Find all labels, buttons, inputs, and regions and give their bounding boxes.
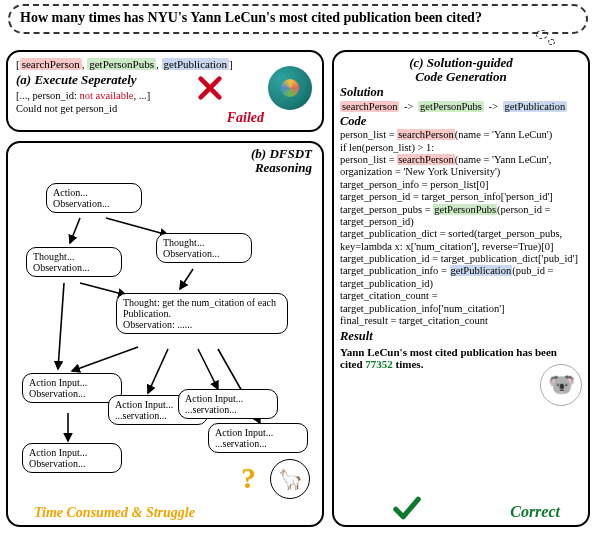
question-text: How many times has NYU's Yann LeCun's mo… [20, 10, 482, 25]
n1a: Action... [53, 187, 88, 198]
ai5a: Action Input... [29, 447, 87, 458]
ai4b: ...servation... [215, 438, 267, 449]
n3a: Thought... [163, 237, 204, 248]
c6b: getPersonPubs [433, 204, 497, 215]
n2b: Observation... [33, 262, 89, 273]
svg-line-8 [198, 349, 218, 389]
solution-chain: searchPerson -> getPersonPubs -> getPubl… [340, 101, 582, 112]
svg-line-6 [72, 347, 138, 371]
c2: if len(person_list) > 1: [340, 142, 434, 153]
res-num: 77352 [365, 358, 393, 370]
node-mid: Thought: get the num_citation of each Pu… [116, 293, 288, 334]
n3b: Observation... [163, 248, 219, 259]
mid-c: Observation: ...... [123, 319, 192, 330]
c6a: target_person_pubs = [340, 204, 433, 215]
arrow-sep2: -> [489, 101, 498, 112]
result-text: Yann LeCun's most cited publication has … [340, 346, 582, 370]
ai2a: Action Input... [115, 399, 173, 410]
section-code: Code [340, 114, 582, 129]
n1b: Observation... [53, 198, 109, 209]
ai2b: ...servation... [115, 410, 167, 421]
x-icon [196, 74, 224, 102]
line1-pre: [..., person_id: [16, 90, 80, 101]
c11: final_result = target_citation_count [340, 315, 488, 326]
sol-t2: getPersonPubs [418, 101, 484, 112]
panel-c-title: (c) Solution-guided Code Generation [340, 56, 582, 83]
c8: target_publication_id = target_publicati… [340, 253, 578, 264]
node-ai-5: Action Input... Observation... [22, 443, 122, 473]
c1b: searchPerson [397, 129, 454, 140]
ai5b: Observation... [29, 458, 85, 469]
panel-b-title2: Reasoning [255, 160, 312, 175]
svg-line-4 [58, 283, 64, 369]
c3b: searchPerson [397, 154, 454, 165]
panel-c-title2: Code Generation [415, 69, 506, 84]
check-icon [392, 493, 422, 523]
svg-line-1 [70, 218, 80, 243]
sol-t1: searchPerson [340, 101, 399, 112]
tag-searchperson: searchPerson [20, 58, 82, 70]
panel-b-title: (b) DFSDT Reasoning [251, 147, 312, 174]
ai1a: Action Input... [29, 377, 87, 388]
section-result: Result [340, 329, 582, 344]
c4: target_person_info = person_list[0] [340, 179, 489, 190]
node-thought-2: Thought... Observation... [156, 233, 252, 263]
correct-label: Correct [510, 503, 560, 521]
section-solution: Solution [340, 85, 582, 100]
spiral-icon [268, 66, 312, 110]
ai3a: Action Input... [185, 393, 243, 404]
line1-mid: not available [80, 90, 134, 101]
c1c: (name = 'Yann LeCun') [455, 129, 553, 140]
failed-label: Failed [227, 110, 264, 126]
svg-line-3 [180, 269, 193, 289]
c3a: person_list = [340, 154, 397, 165]
n2a: Thought... [33, 251, 74, 262]
c7: target_publication_dict = sorted(target_… [340, 228, 562, 251]
c9a: target_publication_info = [340, 265, 450, 276]
c10: target_citation_count = target_publicati… [340, 290, 505, 313]
line1-suf: , ...] [134, 90, 151, 101]
panel-b: (b) DFSDT Reasoning Action... Observatio… [6, 141, 324, 527]
res-post: times. [393, 358, 424, 370]
api-tags: [searchPerson, getPersonPubs, getPublica… [16, 58, 314, 70]
node-ai-4: Action Input... ...servation... [208, 423, 308, 453]
node-thought-1: Thought... Observation... [26, 247, 122, 277]
svg-line-7 [148, 349, 168, 393]
koala-icon: 🐨 [540, 364, 582, 406]
time-consumed-label: Time Consumed & Struggle [34, 505, 195, 521]
question-bubble: How many times has NYU's Yann LeCun's mo… [8, 4, 588, 34]
sol-t3: getPublication [503, 101, 568, 112]
c5: target_person_id = target_person_info['p… [340, 191, 553, 202]
mid-a: Thought: [123, 297, 160, 308]
node-ai-1: Action Input... Observation... [22, 373, 122, 403]
question-mark-icon: ? [241, 461, 256, 495]
tag-getpersonpubs: getPersonPubs [87, 58, 156, 70]
speech-tail [536, 30, 556, 46]
llama-icon: 🦙 [270, 459, 310, 499]
node-action-1: Action... Observation... [46, 183, 142, 213]
ai1b: Observation... [29, 388, 85, 399]
panel-a-line2: Could not get person_id [16, 103, 314, 114]
svg-line-2 [106, 218, 168, 235]
panel-a: [searchPerson, getPersonPubs, getPublica… [6, 50, 324, 132]
panel-c: (c) Solution-guided Code Generation Solu… [332, 50, 590, 527]
c1a: person_list = [340, 129, 397, 140]
ai4a: Action Input... [215, 427, 273, 438]
code-block: person_list = searchPerson(name = 'Yann … [340, 129, 582, 327]
c9b: getPublication [450, 265, 513, 276]
tag-getpublication: getPublication [162, 58, 230, 70]
ai3b: ...servation... [185, 404, 237, 415]
svg-line-5 [80, 283, 126, 295]
node-ai-3: Action Input... ...servation... [178, 389, 278, 419]
arrow-sep1: -> [404, 101, 413, 112]
